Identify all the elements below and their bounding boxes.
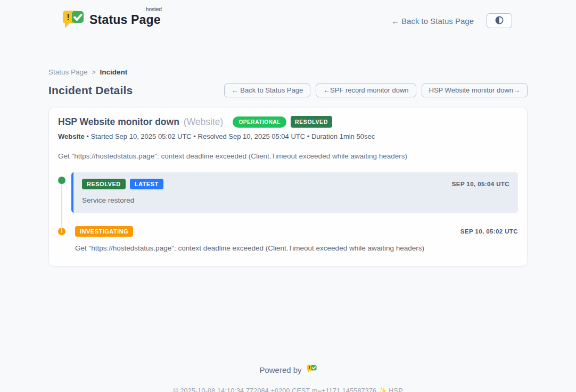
half-circle-contrast-icon (494, 15, 505, 27)
timeline-item-investigating: INVESTIGATING SEP 10, 05:02 UTC Get "htt… (58, 226, 518, 252)
svg-text:!: ! (309, 365, 310, 370)
timeline-item-resolved: RESOLVED LATEST SEP 10, 05:04 UTC Servic… (58, 172, 518, 213)
timeline-timestamp: SEP 10, 05:04 UTC (452, 181, 509, 187)
brand-logo[interactable]: ! Status Page hosted (62, 9, 161, 33)
incident-meta-details: • Started Sep 10, 2025 05:02 UTC • Resol… (86, 132, 375, 140)
breadcrumb-incident: Incident (100, 68, 128, 76)
header: ! Status Page hosted ← Back to Status Pa… (0, 0, 576, 33)
incident-meta-component: Website (58, 132, 85, 140)
incident-description: Get "https://hostedstatus.page": context… (58, 152, 518, 160)
back-to-status-page-button[interactable]: ← Back to Status Page (224, 84, 310, 97)
prev-incident-button[interactable]: ←SPF record monitor down (316, 84, 416, 97)
next-incident-button[interactable]: HSP Website monitor down→ (422, 84, 528, 97)
statuspage-logo-icon: ! (62, 9, 84, 33)
investigating-badge: INVESTIGATING (75, 226, 133, 237)
powered-by-label: Powered by (259, 365, 301, 374)
copyright-text: © 2025-10-08 14:10:34.772084 +0200 CEST … (48, 387, 528, 392)
header-back-link[interactable]: ← Back to Status Page (391, 16, 474, 26)
breadcrumb-separator: > (92, 69, 96, 76)
timeline-dot-resolved (58, 177, 65, 184)
brand-name: Status Page (89, 13, 161, 27)
main-content: Status Page > Incident Incident Details … (48, 68, 528, 392)
theme-toggle-button[interactable] (487, 13, 512, 28)
timeline-message: Service restored (82, 196, 509, 204)
page-title: Incident Details (48, 84, 133, 97)
incident-timeline: RESOLVED LATEST SEP 10, 05:04 UTC Servic… (58, 172, 518, 252)
powered-by-logo-icon[interactable]: ! (307, 364, 317, 376)
incident-card: HSP Website monitor down (Website) OPERA… (48, 107, 528, 266)
footer: Powered by ! © 2025-10-08 14:10:34.77208… (48, 364, 528, 392)
brand-superscript: hosted (146, 6, 162, 12)
breadcrumb-status-page[interactable]: Status Page (48, 68, 88, 76)
incident-component: (Website) (184, 116, 224, 128)
incident-meta: Website • Started Sep 10, 2025 05:02 UTC… (58, 132, 518, 140)
timeline-entry-resolved: RESOLVED LATEST SEP 10, 05:04 UTC Servic… (71, 172, 518, 213)
incident-title: HSP Website monitor down (58, 116, 179, 128)
resolved-badge: RESOLVED (82, 179, 126, 189)
svg-text:!: ! (67, 12, 70, 22)
breadcrumb: Status Page > Incident (48, 68, 528, 76)
timeline-timestamp: SEP 10, 05:02 UTC (460, 228, 518, 235)
resolved-status-badge: RESOLVED (291, 116, 332, 128)
operational-status-badge: OPERATIONAL (233, 116, 286, 128)
timeline-message: Get "https://hostedstatus.page": context… (75, 244, 518, 252)
latest-badge: LATEST (130, 179, 163, 189)
incident-nav-buttons: ← Back to Status Page ←SPF record monito… (224, 84, 528, 97)
